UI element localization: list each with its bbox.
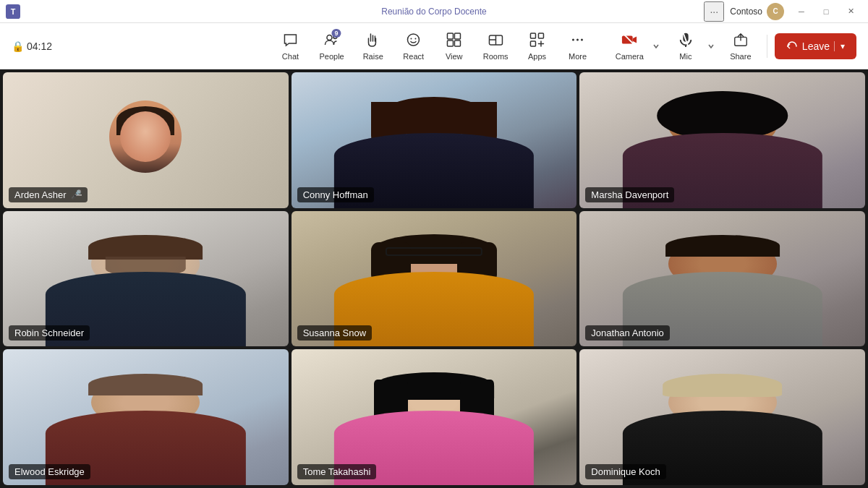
video-tile-marsha[interactable]: Marsha Davenport (579, 72, 865, 208)
react-icon (406, 32, 422, 48)
security-shield-icon: 🔒 (12, 40, 24, 52)
camera-control-group: Camera (610, 27, 663, 65)
name-label-elwood: Elwood Eskridge (9, 464, 90, 479)
view-icon-wrap (446, 32, 462, 50)
name-label-marsha: Marsha Davenport (585, 187, 674, 202)
share-label: Share (730, 52, 751, 61)
share-icon (733, 32, 749, 48)
rooms-button[interactable]: Rooms (476, 27, 516, 65)
user-avatar: C (767, 3, 784, 20)
name-label-arden: Arden Asher 🎤̶ (9, 187, 88, 202)
camera-icon-wrap (621, 32, 637, 50)
title-bar-left: T (6, 4, 20, 19)
more-label: More (569, 52, 587, 61)
chat-icon (282, 32, 298, 48)
chat-label: Chat (282, 52, 299, 61)
user-info: Contoso C (730, 3, 784, 20)
elwood-hair (88, 374, 203, 395)
raise-icon-wrap (365, 32, 381, 50)
svg-point-2 (327, 35, 332, 40)
leave-button[interactable]: Leave ▾ (775, 33, 856, 59)
name-label-susanna: Susanna Snow (297, 325, 372, 341)
svg-point-15 (572, 38, 574, 40)
toolbar: 🔒 04:12 Chat 9 Peopl (0, 23, 868, 69)
conny-name: Conny Hoffman (303, 189, 368, 200)
mic-label: Mic (679, 52, 692, 61)
toolbar-center: Chat 9 People Raise (271, 27, 596, 65)
svg-rect-8 (455, 33, 461, 39)
rooms-icon-wrap (488, 32, 503, 50)
share-button[interactable]: Share (722, 27, 760, 65)
video-tile-dominique[interactable]: Dominique Koch (579, 349, 865, 485)
svg-point-16 (576, 38, 579, 40)
svg-text:T: T (11, 7, 16, 16)
mic-control-group: Mic (667, 27, 718, 65)
camera-label: Camera (616, 52, 644, 61)
chat-button[interactable]: Chat (271, 27, 309, 65)
view-button[interactable]: View (435, 27, 473, 65)
share-icon-wrap (733, 32, 749, 50)
video-tile-susanna[interactable]: Susanna Snow (292, 211, 577, 347)
react-label: React (403, 52, 424, 61)
susanna-glasses (386, 247, 482, 255)
maximize-button[interactable]: □ (814, 0, 838, 23)
close-icon: ✕ (848, 7, 854, 16)
video-tile-robin[interactable]: Robin Schneider (3, 211, 289, 347)
susanna-name: Susanna Snow (303, 328, 366, 338)
react-button[interactable]: React (395, 27, 433, 65)
robin-name: Robin Schneider (14, 328, 84, 338)
more-options-button[interactable]: ··· (704, 1, 724, 22)
maximize-icon: □ (824, 7, 829, 16)
camera-dropdown-button[interactable] (650, 38, 663, 54)
toolbar-separator (767, 35, 767, 58)
name-label-tome: Tome Takahashi (297, 464, 377, 479)
minimize-button[interactable]: ─ (790, 0, 813, 23)
rooms-icon (488, 32, 503, 48)
video-tile-conny[interactable]: Conny Hoffman (292, 72, 577, 208)
video-tile-arden[interactable]: Arden Asher 🎤̶ (3, 72, 289, 208)
arden-name: Arden Asher (14, 189, 67, 200)
elwood-name: Elwood Eskridge (14, 466, 85, 477)
toolbar-left: 🔒 04:12 (12, 40, 52, 52)
people-button[interactable]: 9 People (312, 27, 351, 65)
apps-label: Apps (528, 52, 546, 61)
name-label-robin: Robin Schneider (9, 325, 90, 341)
mic-dropdown-button[interactable] (705, 38, 718, 54)
teams-logo-icon: T (6, 4, 20, 19)
raise-hand-icon (365, 32, 381, 48)
svg-rect-13 (539, 33, 544, 38)
robin-hair (88, 235, 203, 260)
meeting-title: Reunião do Corpo Docente (381, 7, 486, 17)
leave-chevron-icon: ▾ (834, 41, 845, 51)
camera-icon (621, 32, 637, 48)
toolbar-right: Camera Mic (610, 27, 856, 65)
name-label-jonathan: Jonathan Antonio (585, 325, 669, 341)
video-tile-jonathan[interactable]: Jonathan Antonio (579, 211, 865, 347)
video-tile-tome[interactable]: Tome Takahashi (292, 349, 577, 485)
leave-label: Leave (802, 40, 830, 52)
name-label-dominique: Dominique Koch (585, 464, 665, 479)
svg-rect-9 (448, 40, 454, 46)
svg-point-6 (415, 38, 417, 39)
mic-icon-wrap (678, 32, 694, 50)
close-button[interactable]: ✕ (839, 0, 862, 23)
people-icon-wrap: 9 (324, 32, 340, 50)
apps-icon-wrap (529, 32, 545, 50)
dominique-name: Dominique Koch (591, 466, 660, 477)
view-label: View (446, 52, 463, 61)
window-controls: ─ □ ✕ (790, 0, 862, 23)
minimize-icon: ─ (799, 7, 804, 16)
mic-button[interactable]: Mic (667, 27, 705, 65)
svg-point-17 (581, 38, 583, 40)
camera-button[interactable]: Camera (610, 27, 650, 65)
apps-button[interactable]: Apps (519, 27, 556, 65)
svg-point-5 (411, 38, 412, 39)
svg-point-4 (408, 34, 420, 46)
svg-rect-10 (455, 40, 461, 46)
video-tile-elwood[interactable]: Elwood Eskridge (3, 349, 289, 485)
more-actions-button[interactable]: More (559, 27, 597, 65)
more-icon-wrap (570, 32, 586, 50)
view-icon (446, 32, 462, 48)
arden-mute-icon: 🎤̶ (71, 189, 82, 200)
raise-hand-button[interactable]: Raise (354, 27, 392, 65)
